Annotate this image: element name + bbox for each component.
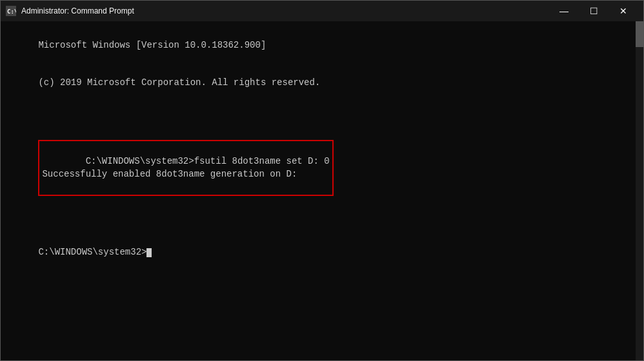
close-button[interactable]: ✕	[609, 1, 638, 21]
console-output: Microsoft Windows [Version 10.0.18362.90…	[6, 26, 638, 271]
maximize-button[interactable]: ☐	[579, 1, 609, 21]
scrollbar-thumb[interactable]	[636, 21, 643, 47]
result-line: Successfully enabled 8dot3name generatio…	[42, 169, 297, 179]
title-bar-controls: — ☐ ✕	[549, 1, 638, 21]
window-title: Administrator: Command Prompt	[21, 6, 134, 15]
command-line: C:\WINDOWS\system32>fsutil 8dot3name set…	[86, 156, 330, 166]
cmd-icon: C:\	[6, 6, 16, 16]
window: C:\ Administrator: Command Prompt — ☐ ✕ …	[0, 0, 644, 361]
prompt-line: C:\WINDOWS\system32>	[38, 247, 152, 257]
title-bar: C:\ Administrator: Command Prompt — ☐ ✕	[1, 1, 643, 21]
cursor	[146, 248, 152, 257]
scrollbar[interactable]	[636, 21, 643, 360]
prompt-text: C:\WINDOWS\system32>	[38, 247, 146, 257]
svg-text:C:\: C:\	[7, 8, 16, 15]
line-version: Microsoft Windows [Version 10.0.18362.90…	[38, 40, 266, 50]
title-bar-left: C:\ Administrator: Command Prompt	[6, 6, 134, 16]
line-copyright: (c) 2019 Microsoft Corporation. All righ…	[38, 77, 320, 88]
console-area: Microsoft Windows [Version 10.0.18362.90…	[1, 21, 643, 360]
highlighted-commands: C:\WINDOWS\system32>fsutil 8dot3name set…	[38, 140, 333, 195]
minimize-button[interactable]: —	[549, 1, 579, 21]
